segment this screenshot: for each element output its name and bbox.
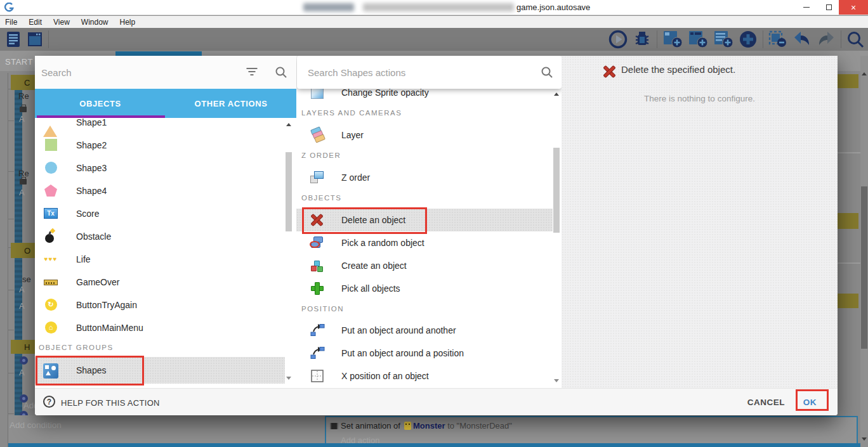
object-row-shape2[interactable]: Shape2 xyxy=(35,134,285,157)
add-subevent-icon[interactable] xyxy=(688,30,708,49)
objects-scrollbar-thumb[interactable] xyxy=(286,152,292,231)
circle-icon xyxy=(43,160,58,176)
object-row-gameover[interactable]: GameOver xyxy=(35,271,285,294)
menu-help[interactable]: Help xyxy=(114,16,141,28)
object-row-shape3[interactable]: Shape3 xyxy=(35,157,285,179)
search-icon[interactable] xyxy=(275,66,287,79)
empty-config-message: There is nothing to configure. xyxy=(562,94,838,103)
object-row-shape4[interactable]: Shape4 xyxy=(35,179,285,202)
pick-all-icon xyxy=(310,281,325,296)
scroll-down-icon[interactable] xyxy=(286,377,291,380)
event-text-fragment: Re xyxy=(18,91,29,101)
banner-icon xyxy=(43,275,58,290)
selected-event-actions: Set animation ofMonster to "MonsterDead"… xyxy=(325,416,858,447)
tab-other-actions[interactable]: OTHER ACTIONS xyxy=(166,89,296,118)
menu-edit[interactable]: Edit xyxy=(23,16,48,28)
monster-object-icon xyxy=(404,422,411,430)
delete-x-icon xyxy=(602,64,617,79)
object-row-buttontryagain[interactable]: ↻ButtonTryAgain xyxy=(35,294,285,316)
action-row-pick-all[interactable]: Pick all objects xyxy=(296,277,553,300)
menu-window[interactable]: Window xyxy=(76,16,114,28)
maximize-button[interactable] xyxy=(819,0,839,15)
comment-event-fragment: C xyxy=(11,75,35,90)
action-row-z-order[interactable]: Z order xyxy=(296,166,553,189)
main-scrollbar[interactable] xyxy=(860,56,868,447)
redacted-title-text xyxy=(303,3,354,11)
object-row-buttonmainmenu[interactable]: ⌂ButtonMainMenu xyxy=(35,316,285,339)
scroll-up-icon[interactable] xyxy=(554,93,559,96)
briefcase-icon xyxy=(20,179,27,185)
scroll-up-icon[interactable] xyxy=(862,72,867,75)
scroll-down-icon[interactable] xyxy=(862,437,867,441)
menu-view[interactable]: View xyxy=(48,16,76,28)
object-search-bar xyxy=(35,56,296,89)
tab-objects[interactable]: OBJECTS xyxy=(35,89,166,118)
home-button-icon: ⌂ xyxy=(43,320,58,335)
action-row-create-object[interactable]: Create an object xyxy=(296,254,553,277)
add-comment-event-icon[interactable] xyxy=(713,30,733,49)
add-new-icon[interactable] xyxy=(739,30,758,49)
close-button[interactable]: × xyxy=(839,0,868,15)
document-title: game.json.autosave xyxy=(516,3,590,12)
scroll-down-icon[interactable] xyxy=(554,379,559,382)
create-object-icon xyxy=(310,258,325,273)
animation-icon xyxy=(330,423,338,429)
minimize-button[interactable] xyxy=(796,0,817,15)
add-condition-link: Add condition xyxy=(10,420,62,430)
search-icon[interactable] xyxy=(846,30,864,48)
object-row-life[interactable]: ♥♥♥Life xyxy=(35,248,285,271)
section-layers-cameras: LAYERS AND CAMERAS xyxy=(301,109,402,117)
action-editor-dialog: OBJECTS OTHER ACTIONS Shape1 Shape2 Shap… xyxy=(35,56,838,415)
annotation-box-shapes xyxy=(36,356,144,385)
square-icon xyxy=(43,138,58,153)
menu-file[interactable]: File xyxy=(0,16,23,28)
action-parameter: to "MonsterDead" xyxy=(447,421,512,431)
object-row-obstacle[interactable]: Obstacle xyxy=(35,225,285,248)
main-scrollbar-thumb[interactable] xyxy=(861,186,867,349)
redacted-file-path xyxy=(363,3,514,11)
filter-icon[interactable] xyxy=(246,68,258,77)
gear-icon xyxy=(20,356,28,365)
undo-icon[interactable] xyxy=(792,30,812,49)
dialog-footer: ? HELP FOR THIS ACTION CANCEL OK xyxy=(35,388,838,415)
action-row-pick-random[interactable]: Pick a random object xyxy=(296,231,553,254)
actions-scrollbar-thumb[interactable] xyxy=(553,148,560,233)
scroll-up-icon[interactable] xyxy=(286,123,291,126)
comment-event-fragment: H xyxy=(11,340,35,354)
action-row-x-position[interactable]: X position of an object xyxy=(296,365,553,387)
preview-window-icon[interactable] xyxy=(27,31,43,48)
add-event-icon[interactable] xyxy=(662,30,683,49)
x-position-icon xyxy=(310,368,325,384)
z-order-icon xyxy=(310,170,325,185)
event-divider xyxy=(838,152,860,153)
action-row-layer[interactable]: Layer xyxy=(296,124,553,146)
menubar: File Edit View Window Help xyxy=(0,16,868,28)
search-icon[interactable] xyxy=(541,66,553,79)
action-text: Set animation ofMonster to "MonsterDead" xyxy=(341,421,512,431)
event-text-fragment: A xyxy=(19,285,25,294)
objects-scrollbar[interactable] xyxy=(285,118,293,388)
scene-tab-label: START xyxy=(5,57,33,67)
debug-bug-icon[interactable] xyxy=(633,30,652,49)
action-row-put-around-position[interactable]: Put an object around a position xyxy=(296,342,553,365)
help-icon[interactable]: ? xyxy=(43,396,55,408)
actions-scrollbar[interactable] xyxy=(553,89,560,388)
gdevelop-window: game.json.autosave × File Edit View Wind… xyxy=(0,0,868,447)
help-link[interactable]: HELP FOR THIS ACTION xyxy=(61,398,160,408)
remove-event-icon[interactable] xyxy=(768,30,787,49)
actions-search-input[interactable] xyxy=(308,63,523,81)
play-icon[interactable] xyxy=(608,30,628,49)
toolbar xyxy=(0,28,868,51)
project-document-icon[interactable] xyxy=(5,30,22,48)
pick-random-icon xyxy=(310,235,325,250)
toolbar-separator xyxy=(657,30,657,48)
object-row-score[interactable]: TxScore xyxy=(35,202,285,225)
object-search-input[interactable] xyxy=(41,63,238,81)
cancel-button[interactable]: CANCEL xyxy=(747,398,785,407)
comment-event-fragment xyxy=(838,213,858,229)
briefcase-icon xyxy=(20,107,27,112)
redo-icon[interactable] xyxy=(817,30,836,49)
action-row-put-around-another[interactable]: Put an object around another xyxy=(296,319,553,342)
comment-event-fragment xyxy=(838,294,858,308)
bomb-icon xyxy=(43,229,58,244)
